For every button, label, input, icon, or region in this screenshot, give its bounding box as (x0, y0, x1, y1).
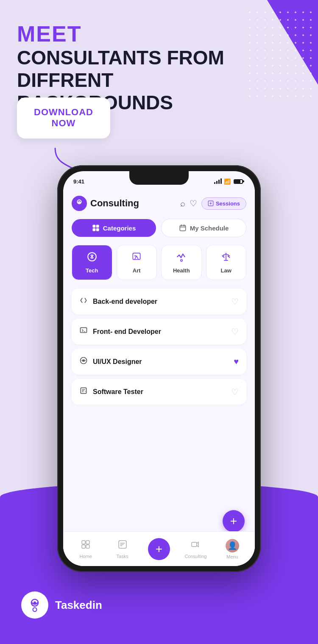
phone-mockup: 9:41 📶 (57, 165, 261, 572)
signal-icon (214, 179, 222, 184)
svg-point-18 (85, 391, 86, 392)
svg-point-26 (33, 601, 36, 604)
svg-rect-22 (86, 545, 89, 548)
nav-home[interactable]: Home (67, 539, 104, 559)
list-item-tester[interactable]: Software Tester ♡ (72, 379, 246, 405)
home-icon (81, 539, 91, 552)
hero-meet: MEET (17, 21, 254, 47)
app-content: Consulting ⌕ ♡ Sessions (63, 190, 255, 566)
heart-icon-header[interactable]: ♡ (190, 198, 197, 208)
list-item-backend[interactable]: Back-end developer ♡ (72, 289, 246, 314)
frontend-heart[interactable]: ♡ (231, 327, 239, 337)
nav-menu[interactable]: 👤 Menu (214, 539, 251, 559)
category-tech-label: Tech (86, 267, 98, 274)
sessions-button[interactable]: Sessions (201, 197, 246, 210)
tab-schedule-label: My Schedule (190, 225, 229, 232)
menu-avatar: 👤 (226, 539, 239, 552)
category-art-label: Art (133, 267, 141, 274)
nav-menu-label: Menu (226, 554, 238, 559)
svg-point-13 (181, 260, 182, 261)
app-header-right: ⌕ ♡ Sessions (180, 197, 246, 210)
list-item-uiux-left: UI/UX Designer (79, 356, 142, 367)
law-icon (220, 251, 232, 265)
status-time: 9:41 (73, 178, 84, 185)
brand-name: Taskedin (55, 599, 102, 612)
brand-logo (21, 591, 48, 619)
list-item-backend-left: Back-end developer (79, 296, 157, 307)
category-law[interactable]: Law (206, 245, 247, 280)
list-item-tester-left: Software Tester (79, 386, 143, 397)
health-icon (176, 251, 187, 265)
category-art[interactable]: Art (117, 245, 157, 280)
svg-rect-24 (192, 542, 197, 547)
uiux-label: UI/UX Designer (93, 358, 142, 366)
search-icon[interactable]: ⌕ (180, 199, 185, 208)
svg-rect-19 (82, 541, 85, 544)
nav-tasks-label: Tasks (117, 554, 128, 559)
frontend-label: Front- end Developer (93, 328, 161, 336)
app-logo-area: Consulting (72, 196, 139, 211)
tasks-icon (117, 539, 128, 552)
bottom-nav: Home Tasks + (63, 531, 255, 566)
download-button[interactable]: DOWNLOADNOW (17, 97, 110, 139)
phone-inner: 9:41 📶 (63, 171, 255, 566)
app-header: Consulting ⌕ ♡ Sessions (63, 190, 255, 215)
list-section: Back-end developer ♡ (63, 284, 255, 409)
tester-icon (79, 386, 88, 397)
nav-add-button[interactable]: + (148, 538, 170, 560)
uiux-heart[interactable]: ♥ (234, 357, 239, 366)
svg-rect-4 (92, 225, 95, 228)
consulting-icon (190, 539, 201, 552)
list-item-frontend-left: Front- end Developer (79, 326, 161, 337)
wifi-icon: 📶 (224, 178, 231, 185)
category-health-label: Health (173, 267, 190, 274)
svg-point-27 (33, 608, 37, 611)
phone-notch (129, 171, 189, 185)
tester-label: Software Tester (93, 388, 143, 396)
nav-consulting[interactable]: Consulting (177, 539, 214, 559)
sessions-label: Sessions (216, 200, 240, 207)
app-title: Consulting (90, 198, 139, 209)
tab-categories-label: Categories (103, 225, 136, 232)
svg-point-10 (91, 256, 93, 258)
app-logo-icon (72, 196, 87, 211)
art-icon (131, 251, 142, 265)
nav-consulting-label: Consulting (184, 554, 206, 559)
categories-row: Tech Art (63, 241, 255, 284)
bg-dots (246, 8, 314, 102)
hero-subtitle-line1: CONSULTANTS FROM (17, 47, 224, 69)
category-tech[interactable]: Tech (72, 245, 112, 280)
svg-point-16 (83, 360, 84, 361)
svg-rect-21 (82, 545, 85, 548)
svg-rect-8 (180, 225, 186, 231)
tech-icon (86, 251, 98, 265)
tabs-row: Categories My Schedule (63, 215, 255, 241)
bottom-brand: Taskedin (21, 591, 102, 619)
tester-heart[interactable]: ♡ (231, 387, 239, 397)
list-item-frontend[interactable]: Front- end Developer ♡ (72, 319, 246, 344)
backend-icon (79, 296, 88, 307)
svg-rect-5 (96, 225, 99, 228)
frontend-icon (79, 326, 88, 337)
status-icons: 📶 (214, 178, 243, 185)
nav-home-label: Home (80, 554, 92, 559)
svg-point-2 (78, 201, 80, 203)
svg-rect-7 (96, 228, 99, 231)
svg-point-12 (134, 255, 136, 256)
battery-icon (234, 179, 243, 184)
download-btn-text: DOWNLOADNOW (34, 107, 93, 129)
category-law-label: Law (221, 267, 232, 274)
category-health[interactable]: Health (161, 245, 202, 280)
list-item-uiux[interactable]: UI/UX Designer ♥ (72, 349, 246, 375)
phone-outer: 9:41 📶 (57, 165, 261, 572)
backend-heart[interactable]: ♡ (231, 297, 239, 307)
tab-categories[interactable]: Categories (72, 219, 156, 237)
nav-tasks[interactable]: Tasks (104, 539, 140, 559)
tab-schedule[interactable]: My Schedule (161, 219, 246, 237)
backend-label: Back-end developer (93, 298, 157, 305)
svg-rect-6 (92, 228, 95, 231)
fab-add-button[interactable]: + (223, 510, 245, 532)
svg-rect-14 (81, 328, 87, 333)
svg-rect-20 (86, 541, 89, 544)
nav-add[interactable]: + (141, 538, 177, 560)
